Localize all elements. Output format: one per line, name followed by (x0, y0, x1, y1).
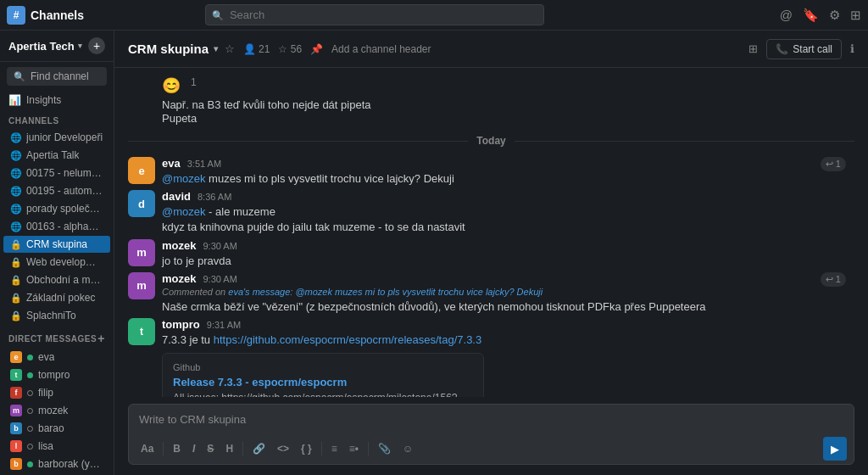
add-channel-header[interactable]: Add a channel header (331, 43, 431, 55)
toolbar-code-button[interactable]: <> (272, 439, 294, 458)
avatar: t (10, 369, 22, 381)
message-time: 8:36 AM (198, 192, 231, 202)
message-author: eva (162, 157, 181, 170)
sidebar-search-area: 🔍 Find channel (0, 62, 114, 91)
app-bar-right: @ 🔖 ⚙ ⊞ (780, 8, 861, 23)
message-row: Např. na B3 teď kvůli toho nejde dát pip… (128, 97, 854, 126)
settings-icon[interactable]: ⚙ (829, 8, 840, 23)
star-icon[interactable]: ☆ (225, 42, 235, 55)
find-channel-button[interactable]: 🔍 Find channel (7, 67, 107, 86)
start-call-button[interactable]: 📞 Start call (766, 39, 842, 59)
toolbar-bullet-list-button[interactable]: ≡• (344, 439, 364, 458)
toolbar-text-button[interactable]: Aa (136, 439, 159, 458)
toolbar-attach-button[interactable]: 📎 (373, 439, 396, 458)
add-dm-button[interactable]: + (97, 332, 105, 345)
message-author: tompro (162, 318, 200, 331)
mention: @mozek (162, 172, 206, 185)
avatar: e (10, 351, 22, 363)
message-input[interactable] (129, 405, 854, 431)
toolbar-heading-button[interactable]: H (220, 439, 238, 458)
sidebar-dm-filip[interactable]: f filip (3, 384, 110, 401)
sidebar-item-junior-developeri[interactable]: 🌐 junior Developeři (3, 129, 110, 146)
sidebar-dm-barao[interactable]: b barao (3, 420, 110, 437)
toolbar-link-button[interactable]: 🔗 (248, 439, 270, 458)
divider-line (128, 141, 468, 142)
link[interactable]: https://github.com/espocrm/espocrm/relea… (214, 333, 482, 346)
message-row: d david 8:36 AM @mozek - ale muzeme kdyz… (128, 188, 854, 237)
toolbar-strikethrough-button[interactable]: S (202, 439, 219, 458)
avatar: l (10, 440, 22, 452)
toolbar-separator (368, 442, 369, 455)
message-text: Naše crmka běží ve "vězení" (z bezpečnos… (162, 299, 854, 315)
message-author: david (162, 190, 191, 203)
sidebar-item-crm-skupina[interactable]: 🔒 CRM skupina (3, 236, 110, 253)
message-author: mozek (162, 239, 196, 252)
sidebar-item-automaticerp[interactable]: 🌐 00195 - automaticerp.com (3, 182, 110, 199)
grid-icon[interactable]: ⊞ (850, 8, 861, 23)
message-row: t tompro 9:31 AM 7.3.3 je tu https://git… (128, 316, 854, 397)
channel-title-chevron-icon[interactable]: ▾ (214, 44, 218, 53)
message-text: 7.3.3 je tu https://github.com/espocrm/e… (162, 332, 854, 348)
sidebar-item-insights[interactable]: 📊 Insights (0, 91, 114, 109)
messages-list: 😊 1 Např. na B3 teď kvůli toho nejde dát… (114, 68, 868, 397)
offline-status-indicator (27, 444, 33, 450)
offline-status-indicator (27, 390, 33, 396)
avatar: b (10, 422, 22, 434)
toolbar-code-block-button[interactable]: { } (296, 439, 317, 458)
toolbar-emoji-button[interactable]: ☺ (398, 439, 418, 458)
new-item-button[interactable]: + (88, 37, 105, 54)
workspace-chevron-icon: ▾ (78, 42, 82, 50)
message-content: david 8:36 AM @mozek - ale muzeme kdyz t… (162, 190, 854, 235)
chat-header-view-icon[interactable]: ⊞ (748, 42, 758, 55)
emoji-reaction[interactable]: 😊 (162, 76, 181, 95)
send-message-button[interactable]: ▶ (823, 437, 847, 461)
mention: @mozek (162, 205, 206, 218)
sidebar-dm-eva[interactable]: e eva (3, 349, 110, 366)
chat-header: CRM skupina ▾ ☆ 👤 21 ☆ 56 📌 Add a channe… (114, 31, 868, 68)
bookmark-icon[interactable]: 🔖 (803, 8, 819, 23)
sidebar-dm-barborak[interactable]: b barborak (you) (3, 455, 110, 472)
message-row: e eva 3:51 AM @mozek muzes mi to pls vys… (128, 155, 854, 188)
sidebar-item-alphasolar[interactable]: 🌐 00163 - alphasolar.autoc... (3, 218, 110, 235)
message-time: 9:30 AM (203, 274, 236, 284)
toolbar-bold-button[interactable]: B (168, 439, 186, 458)
sidebar-item-splachnito[interactable]: 🔒 SplachniTo (3, 307, 110, 324)
reply-count[interactable]: ↩ 1 (821, 272, 846, 287)
divider-line (515, 141, 854, 142)
dm-list: e eva t tompro f filip m mozek b (0, 348, 114, 475)
avatar: t (128, 318, 155, 345)
sidebar-item-obchodni[interactable]: 🔒 Obchodní a marketingov... (3, 271, 110, 288)
star-count[interactable]: ☆ 56 (278, 43, 302, 55)
sidebar-dm-lisa[interactable]: l lisa (3, 438, 110, 455)
chat-info-icon[interactable]: ℹ (850, 42, 854, 55)
message-content: eva 3:51 AM @mozek muzes mi to pls vysve… (162, 157, 854, 187)
public-channel-icon: 🌐 (10, 132, 22, 143)
sidebar-item-apertia-talk[interactable]: 🌐 Apertia Talk (3, 147, 110, 164)
sidebar-item-porady[interactable]: 🌐 porady společnosti (3, 200, 110, 217)
comment-link[interactable]: eva's message (228, 287, 290, 297)
at-icon[interactable]: @ (780, 8, 793, 22)
sidebar-item-zakladni-pokec[interactable]: 🔒 Základní pokec (3, 289, 110, 306)
reply-count[interactable]: ↩ 1 (821, 157, 846, 171)
insights-icon: 📊 (8, 94, 21, 106)
sidebar-item-web-development[interactable]: 🔒 Web development skupina (3, 254, 110, 271)
sidebar-item-nelumbo[interactable]: 🌐 00175 - nelumbo.devcrm... (3, 165, 110, 182)
online-status-indicator (27, 461, 33, 467)
avatar: b (10, 458, 22, 470)
sidebar-dm-mozek[interactable]: m mozek (3, 402, 110, 419)
workspace-name[interactable]: Apertia Tech ▾ (8, 40, 82, 53)
toolbar-italic-button[interactable]: I (187, 439, 200, 458)
search-input[interactable] (205, 4, 544, 25)
message-input-area: Aa B I S H 🔗 <> { } ≡ ≡• 📎 ☺ ▶ (114, 397, 868, 475)
search-icon: 🔍 (14, 71, 25, 82)
sidebar-dm-tompro[interactable]: t tompro (3, 366, 110, 383)
divider-label: Today (476, 135, 505, 147)
day-divider: Today (128, 135, 854, 147)
link-preview-title[interactable]: Release 7.3.3 - espocrm/espocrm (173, 376, 473, 388)
message-content: tompro 9:31 AM 7.3.3 je tu https://githu… (162, 318, 854, 397)
message-text: Pupeta (162, 112, 197, 125)
members-count[interactable]: 👤 21 (243, 43, 270, 55)
sidebar: Apertia Tech ▾ + 🔍 Find channel 📊 Insigh… (0, 31, 114, 475)
toolbar-list-button[interactable]: ≡ (326, 439, 342, 458)
message-content: mozek 9:30 AM jo to je pravda (162, 239, 854, 269)
